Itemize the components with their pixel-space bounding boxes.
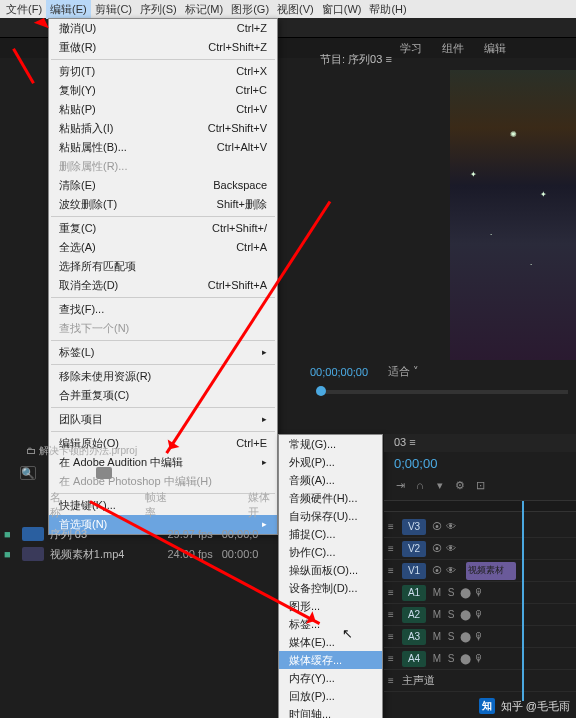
menu-clip[interactable]: 剪辑(C) (91, 0, 136, 19)
menu-item[interactable]: 全选(A)Ctrl+A (49, 238, 277, 257)
tab-learn[interactable]: 学习 (400, 41, 422, 56)
submenu-item[interactable]: 时间轴... (279, 705, 382, 718)
submenu-item[interactable]: 协作(C)... (279, 543, 382, 561)
submenu-item[interactable]: 设备控制(D)... (279, 579, 382, 597)
program-timecode[interactable]: 00;00;00;00 (310, 366, 368, 378)
zoom-fit[interactable]: 适合 ˅ (388, 364, 419, 379)
project-row[interactable]: ■视频素材1.mp424.00 fps00:00:0 (0, 544, 280, 564)
col-fps[interactable]: 帧速率 (145, 490, 168, 520)
video-track[interactable]: ≡V2⦿👁 (384, 538, 576, 560)
menu-item[interactable]: 粘贴属性(B)...Ctrl+Alt+V (49, 138, 277, 157)
menu-item[interactable]: 波纹删除(T)Shift+删除 (49, 195, 277, 214)
menu-item[interactable]: 重复(C)Ctrl+Shift+/ (49, 219, 277, 238)
menu-item[interactable]: 粘贴(P)Ctrl+V (49, 100, 277, 119)
tool-snap-icon[interactable]: ⇥ (394, 479, 406, 492)
project-column-headers: 名称 帧速率 媒体开 (0, 486, 280, 524)
menu-item[interactable]: 选择所有匹配项 (49, 257, 277, 276)
menu-view[interactable]: 视图(V) (273, 0, 318, 19)
menu-item[interactable]: 删除属性(R)... (49, 157, 277, 176)
menu-item[interactable]: 合并重复项(C) (49, 386, 277, 405)
program-controls: 00;00;00;00 适合 ˅ (310, 364, 560, 379)
audio-track[interactable]: ≡A2MS⬤🎙 (384, 604, 576, 626)
menu-item[interactable]: 移除未使用资源(R) (49, 367, 277, 386)
menu-item[interactable]: 重做(R)Ctrl+Shift+Z (49, 38, 277, 57)
submenu-item[interactable]: 自动保存(U)... (279, 507, 382, 525)
submenu-item[interactable]: 媒体(E)... (279, 633, 382, 651)
menu-item[interactable]: 清除(E)Backspace (49, 176, 277, 195)
project-search-row: 🔍 (0, 460, 280, 486)
project-panel: 🗀 解决卡顿的办法.prproj 🔍 名称 帧速率 媒体开 ■序列 0329.9… (0, 438, 280, 564)
menu-item[interactable]: 撤消(U)Ctrl+Z (49, 19, 277, 38)
menu-item[interactable]: 剪切(T)Ctrl+X (49, 62, 277, 81)
menu-item[interactable]: 团队项目 (49, 410, 277, 429)
mouse-cursor-icon: ↖ (342, 626, 353, 641)
timeline-title: 03 ≡ (384, 434, 576, 452)
menu-item[interactable]: 查找(F)... (49, 300, 277, 319)
zhihu-logo-icon: 知 (479, 698, 495, 714)
program-scrubber[interactable] (316, 390, 568, 394)
menu-item[interactable]: 粘贴插入(I)Ctrl+Shift+V (49, 119, 277, 138)
timeline-tools: ⇥ ∩ ▾ ⚙ ⊡ (384, 475, 576, 496)
submenu-item[interactable]: 捕捉(C)... (279, 525, 382, 543)
submenu-item[interactable]: 外观(P)... (279, 453, 382, 471)
menu-seq[interactable]: 序列(S) (136, 0, 181, 19)
search-input[interactable]: 🔍 (20, 466, 36, 480)
watermark-text: 知乎 @毛毛雨 (501, 699, 570, 714)
menubar[interactable]: 文件(F) 编辑(E) 剪辑(C) 序列(S) 标记(M) 图形(G) 视图(V… (0, 0, 576, 18)
tool-marker-icon[interactable]: ▾ (434, 479, 446, 492)
preferences-submenu[interactable]: 常规(G)...外观(P)...音频(A)...音频硬件(H)...自动保存(U… (278, 434, 383, 718)
col-media[interactable]: 媒体开 (248, 490, 271, 520)
main-audio-track[interactable]: ≡主声道 (384, 670, 576, 692)
tab-edit[interactable]: 编辑 (484, 41, 506, 56)
submenu-item[interactable]: 内存(Y)... (279, 669, 382, 687)
submenu-item[interactable]: 回放(P)... (279, 687, 382, 705)
tool-link-icon[interactable]: ∩ (414, 479, 426, 492)
audio-track[interactable]: ≡A4MS⬤🎙 (384, 648, 576, 670)
program-monitor-title: 节目: 序列03 ≡ (320, 52, 392, 67)
project-file-name: 🗀 解决卡顿的办法.prproj (0, 438, 280, 460)
video-track[interactable]: ≡V3⦿👁 (384, 516, 576, 538)
audio-track[interactable]: ≡A3MS⬤🎙 (384, 626, 576, 648)
timeline-ruler[interactable] (384, 500, 576, 512)
submenu-item[interactable]: 常规(G)... (279, 435, 382, 453)
menu-mark[interactable]: 标记(M) (181, 0, 228, 19)
timeline-panel: 03 ≡ 0;00;00 ⇥ ∩ ▾ ⚙ ⊡ ≡V3⦿👁≡V2⦿👁≡V1⦿👁视频… (384, 434, 576, 700)
menu-item[interactable]: 复制(Y)Ctrl+C (49, 81, 277, 100)
submenu-item[interactable]: 操纵面板(O)... (279, 561, 382, 579)
submenu-item[interactable]: 标签... (279, 615, 382, 633)
submenu-item[interactable]: 音频硬件(H)... (279, 489, 382, 507)
submenu-item[interactable]: 音频(A)... (279, 471, 382, 489)
program-monitor[interactable]: ✦ ✺ ✦ · · (450, 70, 576, 360)
timeline-timecode[interactable]: 0;00;00 (384, 452, 576, 475)
submenu-item[interactable]: 媒体缓存... (279, 651, 382, 669)
menu-item[interactable]: 取消全选(D)Ctrl+Shift+A (49, 276, 277, 295)
menu-graphic[interactable]: 图形(G) (227, 0, 273, 19)
menu-window[interactable]: 窗口(W) (318, 0, 366, 19)
audio-track[interactable]: ≡A1MS⬤🎙 (384, 582, 576, 604)
tab-assembly[interactable]: 组件 (442, 41, 464, 56)
col-name[interactable]: 名称 (50, 490, 65, 520)
video-track[interactable]: ≡V1⦿👁视频素材 (384, 560, 576, 582)
tool-cc-icon[interactable]: ⊡ (474, 479, 486, 492)
menu-item[interactable]: 标签(L) (49, 343, 277, 362)
folder-icon[interactable] (96, 467, 112, 479)
tool-wrench-icon[interactable]: ⚙ (454, 479, 466, 492)
watermark: 知 知乎 @毛毛雨 (479, 698, 570, 714)
menu-help[interactable]: 帮助(H) (365, 0, 410, 19)
